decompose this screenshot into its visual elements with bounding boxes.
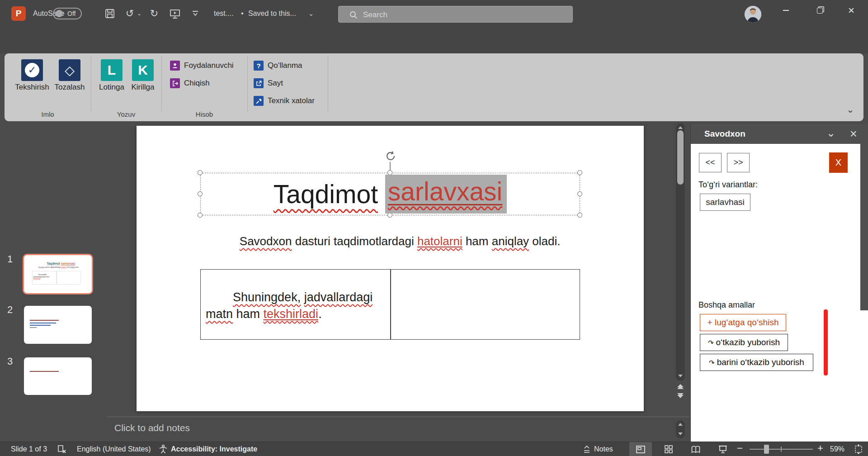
slide-number: 1: [7, 253, 13, 265]
skip-all-button[interactable]: ↷barini o‘tkazib yuborish: [700, 354, 813, 371]
ribbon-button-texnik-xatolar[interactable]: Texnik xatolar: [254, 94, 315, 108]
next-slide-button[interactable]: [677, 393, 684, 398]
search-bar[interactable]: [338, 6, 573, 23]
scroll-down-icon[interactable]: [678, 375, 683, 377]
notes-divider[interactable]: [107, 417, 689, 417]
zoom-slider-thumb[interactable]: [764, 445, 769, 454]
restore-button[interactable]: [809, 0, 830, 21]
slide-subtitle-text[interactable]: Savodxon dasturi taqdimotlardagi hatolar…: [137, 220, 644, 262]
task-pane-title: Savodxon: [704, 124, 745, 144]
zoom-percent[interactable]: 59%: [830, 442, 844, 456]
slide-indicator[interactable]: Slide 1 of 3: [11, 442, 47, 456]
title-word-misspelled: Taqdimot: [274, 179, 378, 209]
pane-scrollbar-strip[interactable]: [860, 144, 868, 310]
spellcheck-status-icon[interactable]: [57, 445, 67, 454]
accessibility-status[interactable]: Accessibility: Investigate: [171, 442, 257, 456]
spellcheck-icon: ✓: [21, 59, 43, 81]
zoom-out-button[interactable]: −: [737, 441, 743, 456]
search-input[interactable]: [362, 6, 563, 23]
ribbon: ✓ Tekshirish ◇ Tozalash Imlo L Lotinga K…: [5, 53, 863, 121]
redo-icon[interactable]: ↻: [147, 0, 161, 27]
button-label: Qo‘llanma: [268, 61, 302, 71]
ribbon-button-chiqish[interactable]: Chiqish: [170, 76, 210, 90]
button-label: Chiqish: [184, 78, 210, 88]
status-bar: Slide 1 of 3 English (United States) Acc…: [0, 442, 868, 456]
collapse-ribbon-icon[interactable]: ⌄: [844, 104, 857, 115]
fit-slide-to-window-icon[interactable]: [854, 444, 863, 454]
thumbnail-text-line: [30, 327, 37, 328]
slide-thumbnail-2[interactable]: [24, 306, 92, 344]
slide-sorter-view-button[interactable]: [657, 442, 680, 456]
scrollbar-thumb[interactable]: [677, 130, 684, 185]
reading-view-button[interactable]: [684, 442, 707, 456]
minimize-icon: [783, 10, 789, 11]
undo-dropdown-icon[interactable]: ⌄: [136, 0, 143, 27]
skip-button[interactable]: ↷o‘tkazib yuborish: [700, 334, 788, 351]
save-status[interactable]: Saved to this...: [248, 0, 296, 27]
user-icon: [170, 61, 180, 71]
close-button[interactable]: ×: [841, 0, 862, 21]
ribbon-button-tekshirish[interactable]: ✓ Tekshirish: [13, 59, 51, 92]
rotate-handle-icon[interactable]: [385, 150, 396, 162]
group-divider: [328, 56, 328, 111]
slide-table[interactable]: Shuningdek, jadvallardagi matn ham teksh…: [200, 269, 580, 340]
restore-icon: [817, 8, 823, 14]
slide-scrollbar[interactable]: [676, 123, 685, 381]
document-title[interactable]: test....: [214, 0, 234, 27]
normal-view-button[interactable]: [629, 442, 652, 456]
suggestion-button[interactable]: sarlavhasi: [700, 194, 750, 211]
ribbon-button-kirillga[interactable]: K Kirillga: [127, 59, 158, 92]
previous-error-button[interactable]: <<: [699, 153, 722, 172]
avatar-photo: [745, 6, 761, 23]
pane-close-icon[interactable]: ×: [850, 127, 857, 141]
powerpoint-window: P AutoSave Off ↺ ⌄ ↻ test.... • Saved to…: [0, 0, 868, 456]
ribbon-button-qollanma[interactable]: ? Qo‘llanma: [254, 59, 302, 72]
table-word-error: tekshirladi: [264, 307, 319, 321]
language-status[interactable]: English (United States): [77, 442, 151, 456]
zoom-slider-tick: [781, 446, 782, 452]
previous-slide-button[interactable]: [677, 384, 684, 389]
slideshow-view-button[interactable]: [712, 442, 734, 456]
group-label-yozuv: Yozuv: [91, 110, 161, 118]
undo-icon[interactable]: ↺: [123, 0, 137, 27]
close-icon: ×: [848, 4, 854, 17]
zoom-in-button[interactable]: +: [817, 441, 823, 456]
group-label-hisob: Hisob: [161, 110, 247, 118]
notes-scrollbar[interactable]: [676, 420, 685, 438]
table-cell-text[interactable]: Shuningdek, jadvallardagi matn ham teksh…: [206, 272, 383, 339]
savodxon-task-pane: Savodxon ⌄ × << >> X To‘g‘ri variantlar:…: [690, 124, 868, 442]
notes-placeholder[interactable]: Click to add notes: [114, 423, 190, 433]
add-to-dictionary-button[interactable]: + lug‘atga qo‘shish: [700, 314, 786, 331]
button-label: Texnik xatolar: [268, 96, 315, 106]
thumbnail-miniature: Taqdimot sarlavxasi Savodxon dasturi taq…: [24, 256, 89, 292]
scroll-down-icon[interactable]: [678, 432, 683, 435]
reading-view-icon: [691, 445, 701, 454]
slide-thumbnail-1[interactable]: Taqdimot sarlavxasi Savodxon dasturi taq…: [23, 254, 93, 294]
dismiss-error-button[interactable]: X: [829, 152, 848, 173]
accessibility-icon[interactable]: [158, 444, 168, 454]
customize-quick-access-icon[interactable]: [192, 10, 199, 17]
help-icon: ?: [254, 61, 264, 71]
slideshow-from-beginning-icon[interactable]: [169, 9, 181, 19]
next-error-button[interactable]: >>: [727, 153, 750, 172]
notes-toggle[interactable]: Notes: [594, 442, 613, 456]
pane-options-chevron-icon[interactable]: ⌄: [826, 127, 835, 139]
slide-title-text[interactable]: Taqdimot sarlavxasi: [200, 173, 580, 215]
ribbon-button-foydalanuvchi[interactable]: Foydalanuvchi: [170, 59, 234, 72]
save-icon[interactable]: [104, 8, 115, 19]
autosave-toggle[interactable]: Off: [53, 8, 82, 19]
avatar[interactable]: [745, 6, 761, 23]
scroll-up-icon[interactable]: [678, 126, 683, 129]
ribbon-button-lotinga[interactable]: L Lotinga: [96, 59, 127, 92]
ribbon-button-sayt[interactable]: Sayt: [254, 76, 283, 90]
subtitle-word-misspelled: aniqlay: [492, 234, 529, 248]
slide-canvas[interactable]: Taqdimot sarlavxasi Savodxon dasturi taq…: [137, 126, 644, 411]
ribbon-button-tozalash[interactable]: ◇ Tozalash: [51, 59, 88, 92]
normal-view-icon: [636, 445, 646, 454]
scroll-up-icon[interactable]: [678, 423, 683, 426]
save-status-dropdown-icon[interactable]: ⌄: [307, 0, 316, 27]
title-word-selected-error: sarlavxasi: [385, 175, 507, 214]
slide-thumbnail-3[interactable]: [24, 357, 92, 395]
powerpoint-logo-icon[interactable]: P: [11, 6, 26, 21]
minimize-button[interactable]: [775, 0, 796, 21]
